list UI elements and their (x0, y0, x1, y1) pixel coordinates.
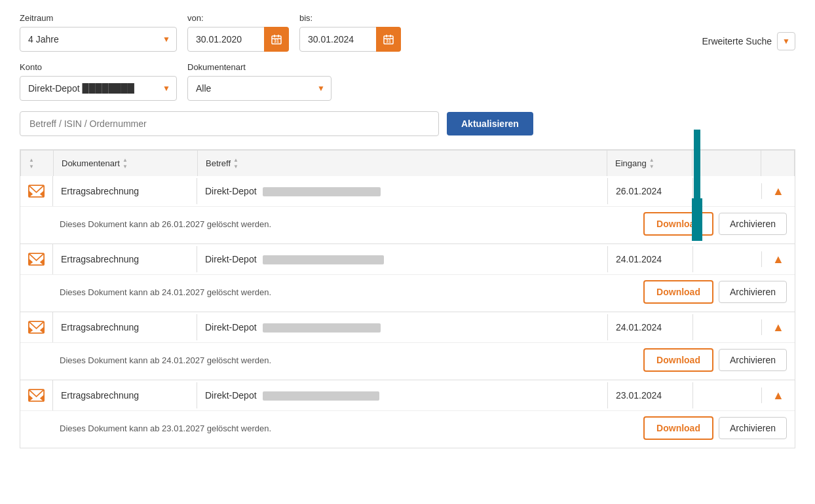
doc-betreff-masked-2 (263, 255, 384, 264)
von-date-wrapper[interactable]: 31 (187, 27, 289, 52)
doc-detail-row-1: Dieses Dokument kann ab 26.01.2027 gelös… (20, 207, 795, 243)
doc-archivieren-btn-4[interactable]: Archivieren (719, 417, 787, 439)
doc-detail-actions-3: Download Archivieren (643, 348, 787, 372)
th-action1 (692, 151, 761, 176)
th-eingang[interactable]: Eingang ▲ ▼ (607, 151, 692, 176)
zeitraum-select-wrapper[interactable]: 4 Jahre 1 Jahr 2 Jahre 3 Jahre 5 Jahre ▼ (20, 27, 177, 52)
th-action2 (761, 151, 794, 176)
svg-text:31: 31 (386, 39, 391, 43)
von-calendar-icon[interactable]: 31 (264, 27, 289, 52)
doc-archivieren-btn-1[interactable]: Archivieren (719, 213, 787, 235)
doc-betreff-prefix-4: Direkt-Depot (205, 390, 257, 401)
bis-calendar-icon[interactable]: 31 (376, 27, 401, 52)
doc-detail-text-3: Dieses Dokument kann ab 24.01.2027 gelös… (60, 355, 271, 365)
zeitraum-select[interactable]: 4 Jahre 1 Jahr 2 Jahre 3 Jahre 5 Jahre (20, 27, 177, 52)
doc-betreff-cell-2: Direkt-Depot (197, 246, 608, 272)
von-group: von: 31 (187, 13, 289, 52)
th-betreff[interactable]: Betreff ▲ ▼ (198, 151, 607, 176)
doc-eingang-4: 23.01.2024 (616, 390, 662, 401)
doc-icon-cell-3 (20, 312, 53, 342)
doc-collapse-btn-2[interactable]: ▲ (770, 253, 787, 266)
doc-detail-actions-1: Download Archivieren (643, 212, 787, 236)
search-row: Aktualisieren (20, 111, 795, 136)
doc-eingang-cell-1: 26.01.2024 (608, 178, 693, 204)
erweiterte-suche-toggle-icon[interactable]: ▼ (777, 32, 795, 50)
doc-action1-cell-3 (693, 319, 762, 335)
th-eingang-sort-icon: ▲ ▼ (649, 157, 654, 170)
th-betreff-label: Betreff (206, 158, 231, 168)
doc-chevron-cell-3[interactable]: ▲ (762, 313, 795, 342)
doc-collapse-btn-4[interactable]: ▲ (770, 389, 787, 403)
dokumentenart-select[interactable]: Alle Ertragsabrechnung Kontoauszug (187, 76, 332, 101)
calendar-svg: 31 (271, 34, 282, 45)
doc-betreff-masked-4 (263, 391, 379, 401)
search-input[interactable] (20, 111, 439, 136)
doc-betreff-cell-3: Direkt-Depot (197, 314, 608, 340)
doc-eingang-cell-2: 24.01.2024 (608, 246, 693, 272)
filter-row-2: Konto Direkt-Depot ████████ ▼ Dokumenten… (20, 62, 795, 101)
bis-date-wrapper[interactable]: 31 (299, 27, 401, 52)
th-dokumentenart[interactable]: Dokumentenart ▲ ▼ (54, 151, 198, 176)
aktualisieren-button[interactable]: Aktualisieren (447, 112, 533, 135)
down-arrow-indicator (692, 130, 702, 241)
doc-collapse-btn-1[interactable]: ▲ (770, 185, 787, 198)
doc-action1-cell-2 (693, 251, 762, 267)
doc-type-cell-4: Ertragsabrechnung (53, 382, 197, 408)
doc-eingang-3: 24.01.2024 (616, 322, 662, 333)
doc-betreff-masked-3 (263, 323, 381, 333)
doc-download-btn-2[interactable]: Download (643, 280, 713, 304)
doc-action1-cell-1 (693, 183, 762, 199)
document-row-1: Ertragsabrechnung Direkt-Depot 26.01.202… (20, 176, 795, 244)
documents-table: ▲ ▼ Dokumentenart ▲ ▼ Betreff ▲ ▼ Eingan… (20, 149, 795, 448)
doc-detail-row-2: Dieses Dokument kann ab 24.01.2027 gelös… (20, 275, 795, 312)
erweiterte-suche[interactable]: Erweiterte Suche ▼ (702, 32, 795, 50)
th-sort[interactable]: ▲ ▼ (21, 151, 54, 176)
doc-icon-cell-1 (20, 176, 53, 206)
konto-select[interactable]: Direkt-Depot ████████ (20, 76, 177, 101)
doc-betreff-cell-4: Direkt-Depot (197, 382, 608, 408)
filter-row-1: Zeitraum 4 Jahre 1 Jahr 2 Jahre 3 Jahre … (20, 13, 795, 52)
doc-icon-cell-4 (20, 380, 53, 410)
th-betreff-sort-icon: ▲ ▼ (233, 157, 238, 170)
doc-detail-text-1: Dieses Dokument kann ab 26.01.2027 gelös… (60, 219, 271, 229)
document-row-3: Ertragsabrechnung Direkt-Depot 24.01.202… (20, 312, 795, 380)
filter-section: Zeitraum 4 Jahre 1 Jahr 2 Jahre 3 Jahre … (20, 13, 795, 136)
von-label: von: (187, 13, 289, 23)
doc-eingang-cell-3: 24.01.2024 (608, 314, 693, 340)
doc-chevron-cell-1[interactable]: ▲ (762, 177, 795, 206)
doc-archivieren-btn-2[interactable]: Archivieren (719, 281, 787, 303)
konto-group: Konto Direkt-Depot ████████ ▼ (20, 62, 177, 101)
dokumentenart-select-wrapper[interactable]: Alle Ertragsabrechnung Kontoauszug ▼ (187, 76, 332, 101)
doc-betreff-cell-1: Direkt-Depot (197, 178, 608, 204)
doc-detail-actions-2: Download Archivieren (643, 280, 787, 304)
svg-text:31: 31 (274, 39, 279, 43)
doc-archivieren-btn-3[interactable]: Archivieren (719, 349, 787, 371)
th-eingang-label: Eingang (615, 158, 647, 168)
doc-action1-cell-4 (693, 387, 762, 403)
konto-label: Konto (20, 62, 177, 72)
table-header: ▲ ▼ Dokumentenart ▲ ▼ Betreff ▲ ▼ Eingan… (20, 150, 795, 176)
doc-chevron-cell-2[interactable]: ▲ (762, 245, 795, 274)
erweiterte-suche-label: Erweiterte Suche (702, 36, 772, 46)
zeitraum-group: Zeitraum 4 Jahre 1 Jahr 2 Jahre 3 Jahre … (20, 13, 177, 52)
document-row-4: Ertragsabrechnung Direkt-Depot 23.01.202… (20, 380, 795, 448)
doc-download-btn-3[interactable]: Download (643, 348, 713, 372)
doc-collapse-btn-3[interactable]: ▲ (770, 321, 787, 334)
doc-betreff-prefix-3: Direkt-Depot (205, 322, 257, 333)
doc-eingang-1: 26.01.2024 (616, 186, 662, 196)
doc-main-row-1: Ertragsabrechnung Direkt-Depot 26.01.202… (20, 176, 795, 207)
doc-detail-actions-4: Download Archivieren (643, 416, 787, 440)
doc-type-2: Ertragsabrechnung (61, 254, 139, 264)
doc-detail-text-4: Dieses Dokument kann ab 23.01.2027 gelös… (60, 423, 271, 433)
doc-type-1: Ertragsabrechnung (61, 186, 139, 196)
dokumentenart-group: Dokumentenart Alle Ertragsabrechnung Kon… (187, 62, 332, 101)
doc-download-btn-4[interactable]: Download (643, 416, 713, 440)
doc-type-3: Ertragsabrechnung (61, 322, 139, 333)
doc-chevron-cell-4[interactable]: ▲ (762, 381, 795, 410)
bis-label: bis: (299, 13, 401, 23)
doc-download-btn-1[interactable]: Download (643, 212, 713, 236)
chevron-down-icon: ▼ (782, 37, 790, 46)
doc-eingang-cell-4: 23.01.2024 (608, 382, 693, 408)
konto-select-wrapper[interactable]: Direkt-Depot ████████ ▼ (20, 76, 177, 101)
doc-main-row-3: Ertragsabrechnung Direkt-Depot 24.01.202… (20, 312, 795, 343)
